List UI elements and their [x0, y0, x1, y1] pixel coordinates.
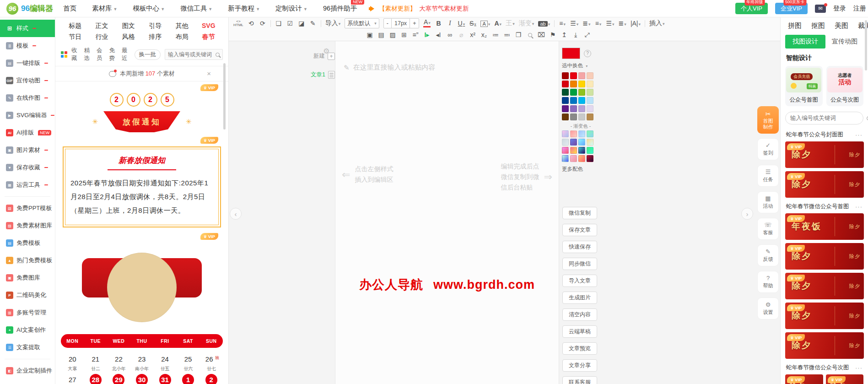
app-logo[interactable]: 96 96编辑器: [0, 3, 63, 15]
gradient-swatch[interactable]: [587, 155, 593, 162]
nav-material-library[interactable]: 素材库▼: [92, 4, 117, 13]
paste-icon[interactable]: ❐: [515, 31, 522, 38]
nav-home[interactable]: 首页: [63, 4, 76, 13]
new-article-tab[interactable]: 新建 +: [297, 52, 335, 60]
style-preview-notice-card[interactable]: 新春放假通知 2025年春节放假日期安排通知如下:2025年1月28日至2月4日…: [63, 146, 221, 227]
bold-button[interactable]: B: [435, 20, 442, 27]
filter-recent[interactable]: 最近: [122, 47, 130, 62]
text-effect-button[interactable]: 王▾: [506, 19, 515, 27]
image-search-input[interactable]: [790, 115, 864, 121]
action-button[interactable]: 云端草稿: [562, 325, 597, 338]
cover-thumbnail[interactable]: ♛VIP 除夕 除夕: [785, 141, 864, 168]
sidebar-item[interactable]: P 二维码美化: [0, 287, 55, 304]
cover-thumbnail[interactable]: ♛VIP 除夕 除夕: [785, 171, 864, 198]
color-swatch[interactable]: [578, 114, 585, 120]
margin-button[interactable]: ≣▾: [619, 20, 626, 27]
action-button[interactable]: 文章预览: [562, 342, 597, 355]
font-color-button[interactable]: A▾: [423, 19, 431, 27]
color-swatch[interactable]: [578, 81, 585, 87]
sidebar-item[interactable]: ▦ 运营工具: [0, 176, 55, 194]
gradient-swatch[interactable]: [570, 155, 577, 162]
color-swatch[interactable]: [562, 105, 569, 112]
import-menu[interactable]: 导入▾: [325, 19, 341, 27]
category-item[interactable]: 其他: [168, 22, 195, 30]
cover-maker-button[interactable]: ✂ 首图制作: [757, 106, 779, 134]
mail-icon[interactable]: ✉: [815, 5, 826, 13]
sidebar-item[interactable]: GIF 宣传动图: [0, 72, 55, 89]
new-document-icon[interactable]: ❏: [275, 20, 282, 27]
sidebar-item[interactable]: ≣ 模板: [0, 37, 55, 54]
color-swatch[interactable]: [562, 72, 569, 79]
unlink-icon[interactable]: ⌀: [458, 31, 465, 38]
gradient-swatch[interactable]: [562, 147, 569, 154]
sidebar-item[interactable]: + AI文案创作: [0, 321, 55, 339]
action-button[interactable]: 联系客服: [562, 376, 597, 384]
sidebar-item[interactable]: ☏ 联系在线客服: [0, 379, 55, 384]
gradient-swatch[interactable]: [570, 130, 577, 137]
eraser-icon[interactable]: ◪: [298, 20, 305, 27]
gradient-swatch[interactable]: [578, 147, 585, 154]
sidebar-item[interactable]: ▥ 多账号管理: [0, 304, 55, 321]
sidebar-item[interactable]: ▣ 图片素材: [0, 141, 55, 159]
help-icon[interactable]: ?: [584, 50, 591, 57]
color-swatch[interactable]: [570, 97, 577, 104]
announcement[interactable]: 【素材更新】 大寒节气素材更新: [369, 5, 469, 13]
floatbar-item[interactable]: ▦ 活动: [757, 191, 779, 213]
color-swatch[interactable]: [587, 114, 593, 120]
action-button[interactable]: 快速保存: [562, 241, 597, 253]
gradient-swatch[interactable]: [578, 139, 585, 146]
tab-collage[interactable]: 拼图: [788, 22, 802, 30]
first-image-thumbnail[interactable]: ♛VIP 除夕 除夕: [785, 273, 864, 299]
editor-page[interactable]: ✎ 在这里直接输入或粘贴内容 ⇐ 点击左侧样式插入到编辑区 编辑完成后点微信复制…: [335, 41, 559, 384]
secondary-thumbnail[interactable]: ♛VIP 除夕: [785, 374, 823, 384]
nav-custom-design[interactable]: 定制设计▼: [275, 4, 307, 13]
category-item[interactable]: 正文: [88, 22, 115, 30]
color-swatch[interactable]: [570, 72, 577, 79]
action-button[interactable]: 保存文章: [562, 224, 597, 236]
category-item[interactable]: 节日: [62, 33, 88, 41]
download-icon[interactable]: ⤓: [572, 31, 579, 39]
insert-image-icon[interactable]: ▣: [366, 31, 373, 38]
font-size-minus[interactable]: -: [384, 19, 391, 28]
smart-card-cover[interactable]: 会员充值 特惠 公众号首图: [785, 66, 823, 106]
align-center-button[interactable]: ☰▾: [606, 20, 615, 27]
numbered-list-icon[interactable]: ≕: [503, 31, 511, 38]
right-panel-scrollbar[interactable]: [865, 20, 867, 70]
enterprise-vip-button[interactable]: 企业VIP500京东卡: [775, 3, 808, 14]
more-icon[interactable]: ···: [855, 203, 863, 210]
bullet-list-icon[interactable]: ≔: [492, 31, 499, 38]
gradient-swatch[interactable]: [562, 139, 569, 146]
category-item[interactable]: 布局: [168, 33, 195, 41]
color-swatch[interactable]: [587, 97, 593, 104]
text-border-button[interactable]: A▾: [480, 20, 490, 27]
save-check-icon[interactable]: ☑: [286, 20, 294, 27]
subscript-icon[interactable]: x₂: [480, 31, 488, 38]
sidebar-item[interactable]: ▤ 一键排版: [0, 54, 55, 72]
text-direction-icon[interactable]: ◂I: [435, 31, 442, 38]
close-icon[interactable]: ×: [207, 70, 211, 77]
color-swatch[interactable]: [587, 89, 593, 96]
color-swatch[interactable]: [587, 81, 593, 87]
italic-button[interactable]: I: [446, 20, 453, 27]
find-replace-icon[interactable]: [526, 31, 534, 38]
flag-icon[interactable]: ⚑: [549, 31, 556, 38]
color-swatch[interactable]: [578, 105, 585, 112]
sidebar-item[interactable]: ▣ 免费图库: [0, 269, 55, 287]
category-item[interactable]: SVG: [195, 22, 222, 30]
refresh-batch-button[interactable]: 换一批: [135, 49, 161, 60]
secondary-thumbnail[interactable]: ♛VIP 除夕: [826, 374, 864, 384]
gradient-swatch[interactable]: [562, 130, 569, 137]
filter-free[interactable]: 免费: [109, 47, 118, 62]
color-swatch[interactable]: [562, 97, 569, 104]
promo-gif-tab[interactable]: 宣传动图: [832, 38, 857, 46]
filter-favorites[interactable]: 收藏: [71, 47, 80, 62]
nav-plugin-assistant[interactable]: 96插件助手NEW: [323, 4, 357, 13]
action-button[interactable]: 文章分享: [562, 359, 597, 372]
more-colors-link[interactable]: 更多配色: [562, 166, 599, 173]
blockquote-icon[interactable]: ≡”: [412, 31, 419, 38]
align-top-button[interactable]: ≡▾: [595, 20, 602, 27]
category-item[interactable]: 行业: [88, 33, 115, 41]
category-item[interactable]: 风格: [115, 33, 142, 41]
category-item[interactable]: 标题: [62, 22, 88, 30]
underline-button[interactable]: U▾: [458, 20, 465, 27]
